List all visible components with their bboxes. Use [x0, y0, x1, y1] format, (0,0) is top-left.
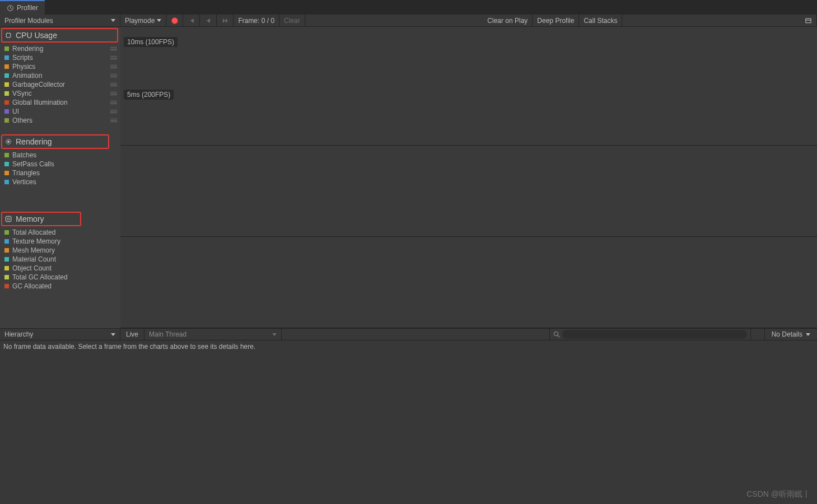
legend-item[interactable]: Total Allocated [0, 228, 120, 237]
legend-item[interactable]: Others [0, 116, 120, 125]
playmode-dropdown[interactable]: Playmode [120, 15, 166, 26]
context-menu-button[interactable] [800, 15, 817, 26]
svg-point-4 [7, 141, 10, 143]
legend-item[interactable]: Total GC Allocated [0, 273, 120, 282]
module-header-memory[interactable]: Memory [1, 212, 81, 226]
module-header-cpu[interactable]: CPU Usage [1, 28, 118, 43]
legend-swatch [4, 162, 9, 166]
no-details-dropdown[interactable]: No Details [764, 329, 817, 340]
chart-rendering[interactable] [120, 146, 817, 237]
legend-item[interactable]: Physics [0, 62, 120, 71]
deep-profile-button[interactable]: Deep Profile [533, 15, 579, 26]
memory-icon [4, 215, 12, 223]
drag-handle-icon[interactable] [110, 74, 117, 77]
legend-item[interactable]: Texture Memory [0, 237, 120, 246]
legend-item[interactable]: Global Illumination [0, 98, 120, 107]
chart-area: 10ms (100FPS) 5ms (200FPS) [120, 27, 817, 328]
chart-cpu[interactable]: 10ms (100FPS) 5ms (200FPS) [120, 27, 817, 146]
legend-swatch [4, 91, 9, 96]
toolbar: Profiler Modules Playmode Frame: 0 / 0 C… [0, 15, 817, 27]
drag-handle-icon[interactable] [110, 119, 117, 122]
module-title: CPU Usage [16, 31, 57, 40]
skip-next-icon [222, 17, 228, 24]
legend-swatch [4, 275, 9, 279]
legend-swatch [4, 109, 9, 114]
legend-swatch [4, 248, 9, 253]
frame-prev-button[interactable] [200, 15, 217, 26]
svg-rect-6 [7, 218, 10, 220]
legend-item[interactable]: SetPass Calls [0, 160, 120, 169]
tab-profiler[interactable]: Profiler [0, 0, 45, 15]
legend-item[interactable]: GarbageCollector [0, 80, 120, 89]
profiler-icon [7, 4, 14, 12]
profiler-modules-dropdown[interactable]: Profiler Modules [0, 15, 120, 26]
legend-label: Triangles [12, 169, 40, 177]
svg-rect-1 [806, 18, 811, 22]
chevron-down-icon [272, 333, 277, 336]
drag-handle-icon[interactable] [110, 65, 117, 68]
legend-label: Object Count [12, 264, 52, 272]
legend-item[interactable]: VSync [0, 89, 120, 98]
legend-item[interactable]: Object Count [0, 264, 120, 273]
chevron-down-icon [806, 333, 810, 336]
legend-swatch [4, 82, 9, 87]
frame-next-button[interactable] [217, 15, 234, 26]
module-title: Memory [16, 214, 44, 223]
modules-sidebar: CPU Usage RenderingScriptsPhysicsAnimati… [0, 27, 120, 328]
thread-dropdown[interactable]: Main Thread [144, 329, 282, 340]
frame-first-button[interactable] [183, 15, 200, 26]
legend-label: Physics [12, 63, 35, 71]
legend-swatch [4, 46, 9, 51]
chevron-down-icon [157, 19, 161, 22]
skip-prev-icon [206, 17, 211, 24]
legend-item[interactable]: Material Count [0, 255, 120, 264]
legend-item[interactable]: Mesh Memory [0, 246, 120, 255]
search-input[interactable] [562, 330, 747, 339]
chevron-down-icon [111, 333, 115, 336]
drag-handle-icon[interactable] [110, 47, 117, 50]
legend-swatch [4, 64, 9, 69]
clear-button[interactable]: Clear [279, 15, 305, 26]
legend-item[interactable]: UI [0, 107, 120, 116]
legend-item[interactable]: Vertices [0, 178, 120, 186]
legend-label: Animation [12, 72, 42, 80]
fps-marker-100: 10ms (100FPS) [124, 37, 178, 47]
legend-item[interactable]: Rendering [0, 44, 120, 53]
svg-rect-5 [6, 217, 11, 222]
legend-swatch [4, 100, 9, 105]
clear-on-play-button[interactable]: Clear on Play [483, 15, 533, 26]
details-mode-dropdown[interactable]: Hierarchy [0, 329, 120, 340]
chart-memory[interactable] [120, 237, 817, 328]
legend-item[interactable]: Triangles [0, 169, 120, 178]
legend-swatch [4, 257, 9, 262]
legend-label: GarbageCollector [12, 81, 65, 88]
search-icon [553, 331, 560, 338]
drag-handle-icon[interactable] [110, 101, 117, 104]
drag-handle-icon[interactable] [110, 83, 117, 86]
frame-indicator: Frame: 0 / 0 [234, 15, 279, 26]
drag-handle-icon[interactable] [110, 110, 117, 113]
call-stacks-button[interactable]: Call Stacks [579, 15, 622, 26]
legend-swatch [4, 284, 9, 288]
drag-handle-icon[interactable] [110, 56, 117, 59]
live-toggle[interactable]: Live [120, 329, 144, 340]
main-area: CPU Usage RenderingScriptsPhysicsAnimati… [0, 27, 817, 328]
legend-swatch [4, 180, 9, 184]
legend-label: Total GC Allocated [12, 273, 68, 281]
legend-label: Batches [12, 151, 36, 159]
legend-item[interactable]: GC Allocated [0, 282, 120, 291]
record-button[interactable] [166, 15, 183, 26]
chevron-down-icon [111, 19, 115, 22]
legend-label: Global Illumination [12, 99, 68, 106]
legend-item[interactable]: Animation [0, 71, 120, 80]
details-body: No frame data available. Select a frame … [0, 340, 817, 353]
legend-swatch [4, 118, 9, 123]
svg-point-7 [554, 332, 558, 336]
module-header-rendering[interactable]: Rendering [1, 134, 109, 149]
legend-label: Vertices [12, 178, 36, 186]
legend-item[interactable]: Batches [0, 151, 120, 160]
legend-label: Others [12, 116, 32, 124]
empty-message: No frame data available. Select a frame … [3, 343, 255, 351]
drag-handle-icon[interactable] [110, 92, 117, 95]
legend-item[interactable]: Scripts [0, 53, 120, 62]
